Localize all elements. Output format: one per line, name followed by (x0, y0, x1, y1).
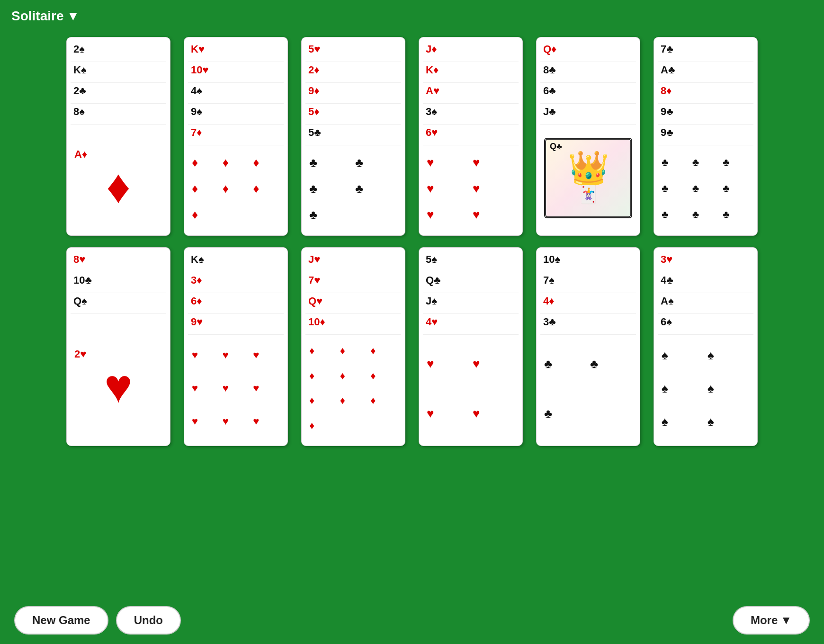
undo-button[interactable]: Undo (116, 606, 181, 635)
face-card-multi[interactable]: 6♠♠♠♠♠♠♠ (658, 314, 753, 442)
card-item[interactable]: 7♥ (305, 272, 401, 293)
card-item[interactable]: 9♠ (188, 104, 284, 125)
face-card-multi[interactable]: 10♦♦♦♦♦♦♦♦♦♦♦ (305, 314, 401, 442)
card-item[interactable]: 7♠ (540, 272, 636, 293)
card-item[interactable]: 10♣ (71, 272, 166, 293)
card-stack-col1[interactable]: 2♠K♠2♣8♠A♦♦ (66, 37, 170, 236)
card-item[interactable]: 9♦ (305, 83, 401, 104)
card-item[interactable]: 5♠ (423, 251, 519, 272)
card-item[interactable]: J♥ (305, 251, 401, 272)
card-item[interactable]: 9♣ (658, 104, 753, 125)
card-item[interactable]: 6♦ (188, 293, 284, 314)
card-item[interactable]: K♦ (423, 62, 519, 83)
card-item[interactable]: Q♥ (305, 293, 401, 314)
bottom-left-buttons: New Game Undo (14, 606, 181, 635)
card-item[interactable]: K♥ (188, 41, 284, 62)
card-item[interactable]: A♣ (658, 62, 753, 83)
card-item[interactable]: 5♥ (305, 41, 401, 62)
card-item[interactable]: 8♠ (71, 104, 166, 125)
card-stack-col8[interactable]: K♠3♦6♦9♥♥♥♥♥♥♥♥♥♥ (184, 247, 288, 446)
card-item[interactable]: 4♦ (540, 293, 636, 314)
card-item[interactable]: 4♠ (188, 83, 284, 104)
face-card-big[interactable]: 2♥♥ (71, 314, 166, 442)
card-stack-col6[interactable]: 7♣A♣8♦9♣9♣♣♣♣♣♣♣♣♣♣ (654, 37, 758, 236)
card-item[interactable]: J♣ (540, 104, 636, 125)
app-title[interactable]: Solitaire ▼ (11, 9, 80, 24)
card-row-1: 8♥10♣Q♠2♥♥K♠3♦6♦9♥♥♥♥♥♥♥♥♥♥J♥7♥Q♥10♦♦♦♦♦… (38, 247, 786, 446)
card-item[interactable]: 10♥ (188, 62, 284, 83)
card-stack-col3[interactable]: 5♥2♦9♦5♦5♣♣♣♣♣♣ (301, 37, 405, 236)
more-arrow-icon: ▼ (780, 614, 792, 627)
card-stack-col4[interactable]: J♦K♦A♥3♠6♥♥♥♥♥♥♥ (419, 37, 523, 236)
card-item[interactable]: A♠ (658, 293, 753, 314)
card-item[interactable]: 3♠ (423, 104, 519, 125)
card-item[interactable]: 3♦ (188, 272, 284, 293)
card-item[interactable]: Q♦ (540, 41, 636, 62)
card-item[interactable]: 2♠ (71, 41, 166, 62)
game-area: 2♠K♠2♣8♠A♦♦K♥10♥4♠9♠7♦♦♦♦♦♦♦♦5♥2♦9♦5♦5♣♣… (0, 32, 824, 451)
card-stack-col5[interactable]: Q♦8♣6♣J♣Q♣👑🃏 (536, 37, 640, 236)
face-card-multi[interactable]: 6♥♥♥♥♥♥♥ (423, 125, 519, 232)
more-label: More (751, 614, 778, 627)
card-item[interactable]: 2♣ (71, 83, 166, 104)
card-item[interactable]: 8♥ (71, 251, 166, 272)
card-stack-col9[interactable]: J♥7♥Q♥10♦♦♦♦♦♦♦♦♦♦♦ (301, 247, 405, 446)
face-card-multi[interactable]: 3♣♣♣♣ (540, 314, 636, 442)
title-dropdown-icon: ▼ (66, 9, 80, 24)
card-item[interactable]: 2♦ (305, 62, 401, 83)
card-item[interactable]: A♥ (423, 83, 519, 104)
card-stack-col2[interactable]: K♥10♥4♠9♠7♦♦♦♦♦♦♦♦ (184, 37, 288, 236)
card-stack-col10[interactable]: 5♠Q♣J♠4♥♥♥♥♥ (419, 247, 523, 446)
face-card-multi[interactable]: 9♣♣♣♣♣♣♣♣♣♣ (658, 125, 753, 232)
face-card[interactable]: Q♣👑🃏 (540, 125, 636, 232)
face-card-multi[interactable]: 4♥♥♥♥♥ (423, 314, 519, 442)
card-item[interactable]: 8♣ (540, 62, 636, 83)
card-item[interactable]: K♠ (188, 251, 284, 272)
more-button[interactable]: More ▼ (733, 606, 810, 635)
title-text: Solitaire (11, 9, 63, 24)
face-card-multi[interactable]: 7♦♦♦♦♦♦♦♦ (188, 125, 284, 232)
card-item[interactable]: 10♠ (540, 251, 636, 272)
card-stack-col7[interactable]: 8♥10♣Q♠2♥♥ (66, 247, 170, 446)
card-item[interactable]: J♠ (423, 293, 519, 314)
card-stack-col11[interactable]: 10♠7♠4♦3♣♣♣♣ (536, 247, 640, 446)
bottom-bar: New Game Undo More ▼ (0, 597, 824, 644)
card-item[interactable]: 7♣ (658, 41, 753, 62)
face-card-multi[interactable]: 9♥♥♥♥♥♥♥♥♥♥ (188, 314, 284, 442)
card-item[interactable]: 3♥ (658, 251, 753, 272)
card-stack-col12[interactable]: 3♥4♣A♠6♠♠♠♠♠♠♠ (654, 247, 758, 446)
face-card-big[interactable]: A♦♦ (71, 125, 166, 232)
card-item[interactable]: 6♣ (540, 83, 636, 104)
card-item[interactable]: Q♣ (423, 272, 519, 293)
card-item[interactable]: 8♦ (658, 83, 753, 104)
card-item[interactable]: Q♠ (71, 293, 166, 314)
card-item[interactable]: 4♣ (658, 272, 753, 293)
new-game-button[interactable]: New Game (14, 606, 108, 635)
card-row-0: 2♠K♠2♣8♠A♦♦K♥10♥4♠9♠7♦♦♦♦♦♦♦♦5♥2♦9♦5♦5♣♣… (38, 37, 786, 236)
header: Solitaire ▼ (0, 0, 824, 32)
card-item[interactable]: K♠ (71, 62, 166, 83)
card-item[interactable]: 5♦ (305, 104, 401, 125)
face-card-multi[interactable]: 5♣♣♣♣♣♣ (305, 125, 401, 232)
card-item[interactable]: J♦ (423, 41, 519, 62)
